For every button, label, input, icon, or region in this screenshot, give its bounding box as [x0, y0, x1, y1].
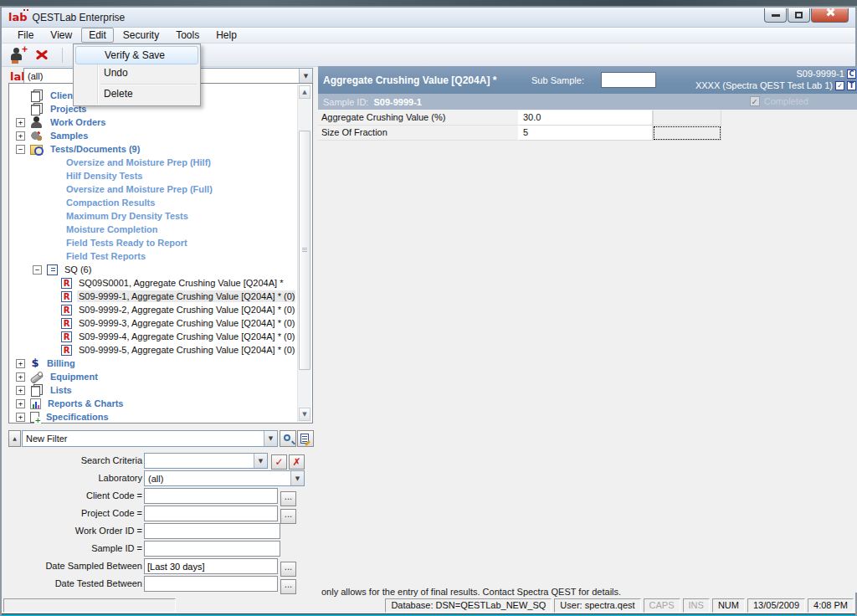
detail-panel: Aggregate Crushing Value [Q204A] * Sub S… — [318, 66, 857, 593]
cancel-icon[interactable]: ✗ — [289, 454, 305, 470]
expander-icon[interactable]: + — [16, 131, 25, 141]
tree-item[interactable]: Oversize and Moisture Prep (Full) — [11, 182, 295, 196]
expander-icon[interactable]: + — [16, 372, 25, 382]
tree-item-label: Samples — [49, 130, 90, 141]
filter-input[interactable] — [144, 558, 278, 574]
tree-item-label: SQ (6) — [63, 264, 93, 275]
filter-label: Date Tested Between — [2, 578, 142, 588]
ellipsis-button[interactable]: ... — [280, 579, 296, 594]
tree-item[interactable]: −SQ (6) — [11, 263, 295, 276]
title-bar[interactable]: lab QESTLab Enterprise — [2, 8, 855, 28]
field-label: Size Of Fraction — [318, 126, 519, 141]
tree-item[interactable]: Field Test Reports — [11, 249, 295, 263]
menu-help[interactable]: Help — [208, 28, 244, 43]
expander-icon[interactable]: − — [16, 145, 25, 154]
chevron-down-icon[interactable]: ▼ — [254, 454, 267, 468]
tree-item-label: Lists — [49, 384, 74, 396]
filter-label: Client Code = — [2, 490, 142, 501]
ellipsis-button[interactable]: ... — [280, 562, 296, 577]
tree-item[interactable]: +Lists — [11, 383, 295, 397]
scroll-up-icon[interactable]: ▲ — [299, 85, 310, 99]
delete-icon[interactable] — [33, 47, 52, 64]
completed-checkbox[interactable]: ✓ — [750, 96, 760, 106]
scrollbar-thumb[interactable] — [299, 131, 310, 370]
field-label: Aggregate Crushing Value (%) — [318, 110, 519, 126]
add-client-icon[interactable]: + — [10, 47, 28, 64]
ellipsis-button[interactable]: ... — [280, 509, 296, 524]
result-icon: R — [61, 291, 72, 302]
tree-scrollbar[interactable]: ▲ ▼ — [297, 85, 311, 422]
chevron-down-icon[interactable]: ▼ — [299, 69, 312, 83]
scroll-down-icon[interactable]: ▼ — [299, 408, 310, 421]
sample-id-value: S09-9999-1 — [373, 97, 422, 107]
tree-item-label: Tests/Documents (9) — [49, 143, 141, 155]
tree-item[interactable]: Compaction Results — [11, 196, 295, 209]
t-badge-icon[interactable]: T — [847, 81, 856, 90]
tree-item[interactable]: RS09-9999-2, Aggregate Crushing Value [Q… — [11, 303, 295, 316]
tree-item-label: S09-9999-4, Aggregate Crushing Value [Q2… — [77, 331, 295, 342]
test-header: Aggregate Crushing Value [Q204A] * Sub S… — [318, 66, 857, 94]
filter-input[interactable] — [144, 488, 278, 504]
tree-item[interactable]: RS09-9999-3, Aggregate Crushing Value [Q… — [11, 316, 295, 330]
filter-name-combo[interactable]: New Filter ▼ — [22, 430, 278, 447]
filter-input[interactable] — [144, 576, 278, 592]
filter-combo[interactable]: (all)▼ — [144, 470, 305, 486]
tree-item[interactable]: Oversize and Moisture Prep (Hilf) — [11, 156, 295, 169]
ellipsis-button[interactable]: ... — [280, 491, 296, 506]
spin-up-icon[interactable]: ▲ — [8, 430, 21, 447]
expander-icon[interactable]: + — [16, 118, 25, 127]
tree-item[interactable]: RSQ09S0001, Aggregate Crushing Value [Q2… — [11, 276, 295, 290]
menu-item[interactable]: Undo — [75, 64, 198, 83]
filter-input[interactable] — [144, 541, 280, 557]
field-extra-cell[interactable] — [653, 110, 721, 126]
menu-edit[interactable]: Edit — [81, 28, 114, 43]
field-value-input[interactable]: 5 — [519, 126, 653, 141]
menu-item[interactable]: Delete — [75, 85, 198, 104]
tree-item[interactable]: RS09-9999-1, Aggregate Crushing Value [Q… — [11, 290, 295, 303]
tree-item[interactable]: Field Tests Ready to Report — [11, 236, 295, 249]
edit-filter-button[interactable] — [297, 430, 314, 447]
specification-icon — [30, 412, 39, 423]
tree-item[interactable]: Moisture Completion — [11, 223, 295, 236]
tree-item[interactable]: RS09-9999-4, Aggregate Crushing Value [Q… — [11, 330, 295, 343]
tree-item[interactable]: +$Billing — [11, 357, 295, 370]
sub-sample-input[interactable] — [601, 72, 656, 88]
tree-item[interactable]: RS09-9999-5, Aggregate Crushing Value [Q… — [11, 343, 295, 357]
tree-item[interactable]: +Specifications — [11, 410, 295, 424]
tree-item[interactable]: +Work Orders — [11, 116, 295, 129]
filter-input[interactable] — [144, 506, 278, 521]
chevron-down-icon[interactable]: ▼ — [264, 431, 277, 446]
close-button[interactable] — [811, 8, 849, 23]
result-icon: R — [61, 305, 72, 316]
tree-item-label: S09-9999-1, Aggregate Crushing Value [Q2… — [77, 290, 295, 302]
check-badge-icon[interactable]: ✓ — [835, 81, 844, 90]
expander-icon[interactable]: + — [16, 413, 25, 422]
menu-file[interactable]: File — [10, 28, 41, 43]
person-icon — [30, 116, 44, 128]
confirm-icon[interactable]: ✓ — [271, 454, 287, 470]
expander-icon[interactable]: + — [16, 399, 25, 408]
menu-view[interactable]: View — [43, 28, 80, 43]
field-extra-cell-focused[interactable] — [653, 126, 721, 141]
expander-icon[interactable]: + — [16, 359, 25, 368]
tree-item[interactable]: Maximum Dry Density Tests — [11, 209, 295, 223]
expander-icon[interactable]: − — [33, 265, 42, 275]
tree-item-label: Moisture Completion — [64, 223, 159, 235]
menu-item[interactable]: Verify & Save — [75, 46, 198, 64]
c-badge-icon[interactable]: C — [847, 69, 856, 79]
menu-tools[interactable]: Tools — [168, 28, 207, 43]
search-button[interactable] — [280, 430, 296, 447]
filter-input[interactable] — [144, 523, 280, 539]
tree-item[interactable]: +Samples — [11, 129, 295, 142]
filter-combo[interactable]: ▼ — [144, 453, 268, 469]
tree-item[interactable]: +Reports & Charts — [11, 397, 295, 410]
tree-item[interactable]: −Tests/Documents (9) — [11, 142, 295, 156]
tree-item[interactable]: +Equipment — [11, 370, 295, 383]
chevron-down-icon[interactable]: ▼ — [290, 471, 304, 485]
tree-item[interactable]: Hilf Density Tests — [11, 169, 295, 182]
expander-icon[interactable]: + — [16, 386, 25, 395]
maximize-button[interactable] — [788, 8, 810, 23]
menu-security[interactable]: Security — [115, 28, 167, 43]
field-value-input[interactable]: 30.0 — [519, 110, 653, 126]
minimize-button[interactable] — [764, 8, 787, 23]
